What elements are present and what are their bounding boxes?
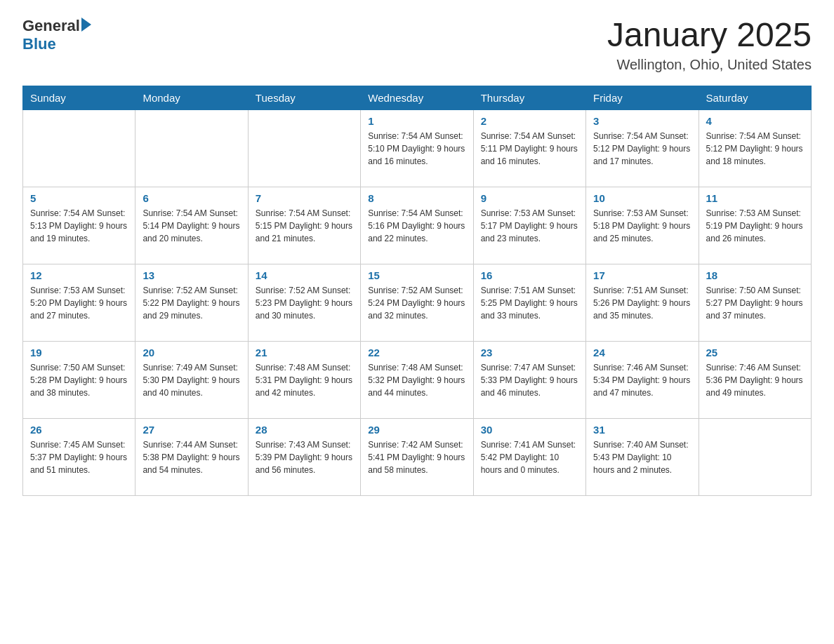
day-number: 2 [481, 115, 578, 127]
day-number: 11 [706, 192, 804, 204]
calendar-cell: 3Sunrise: 7:54 AM Sunset: 5:12 PM Daylig… [586, 109, 699, 187]
calendar-cell: 9Sunrise: 7:53 AM Sunset: 5:17 PM Daylig… [473, 187, 585, 264]
calendar-cell: 22Sunrise: 7:48 AM Sunset: 5:32 PM Dayli… [361, 341, 473, 418]
calendar-cell: 11Sunrise: 7:53 AM Sunset: 5:19 PM Dayli… [699, 187, 811, 264]
day-info: Sunrise: 7:53 AM Sunset: 5:17 PM Dayligh… [481, 207, 578, 245]
day-info: Sunrise: 7:54 AM Sunset: 5:13 PM Dayligh… [30, 207, 128, 245]
calendar-cell: 24Sunrise: 7:46 AM Sunset: 5:34 PM Dayli… [586, 341, 699, 418]
weekday-header-row: SundayMondayTuesdayWednesdayThursdayFrid… [23, 86, 812, 109]
calendar-table: SundayMondayTuesdayWednesdayThursdayFrid… [22, 86, 812, 496]
title-block: January 2025 Wellington, Ohio, United St… [607, 17, 812, 73]
day-number: 23 [481, 347, 578, 358]
calendar-week-row: 5Sunrise: 7:54 AM Sunset: 5:13 PM Daylig… [23, 187, 812, 264]
day-info: Sunrise: 7:44 AM Sunset: 5:38 PM Dayligh… [143, 438, 240, 476]
day-number: 25 [706, 347, 804, 358]
day-info: Sunrise: 7:51 AM Sunset: 5:26 PM Dayligh… [593, 284, 691, 322]
calendar-cell: 16Sunrise: 7:51 AM Sunset: 5:25 PM Dayli… [473, 264, 585, 341]
weekday-header-sunday: Sunday [23, 86, 135, 109]
day-info: Sunrise: 7:50 AM Sunset: 5:28 PM Dayligh… [30, 361, 128, 399]
logo-arrow-icon [81, 18, 91, 32]
calendar-cell: 30Sunrise: 7:41 AM Sunset: 5:42 PM Dayli… [473, 418, 585, 495]
calendar-cell [135, 109, 248, 187]
calendar-cell: 10Sunrise: 7:53 AM Sunset: 5:18 PM Dayli… [586, 187, 699, 264]
day-number: 21 [256, 347, 353, 358]
day-info: Sunrise: 7:54 AM Sunset: 5:12 PM Dayligh… [593, 130, 691, 168]
day-info: Sunrise: 7:46 AM Sunset: 5:34 PM Dayligh… [593, 361, 691, 399]
calendar-cell: 31Sunrise: 7:40 AM Sunset: 5:43 PM Dayli… [586, 418, 699, 495]
calendar-cell: 13Sunrise: 7:52 AM Sunset: 5:22 PM Dayli… [135, 264, 248, 341]
day-info: Sunrise: 7:40 AM Sunset: 5:43 PM Dayligh… [593, 438, 691, 476]
day-number: 15 [368, 269, 465, 281]
day-number: 13 [143, 269, 240, 281]
day-info: Sunrise: 7:54 AM Sunset: 5:11 PM Dayligh… [481, 130, 578, 168]
day-number: 30 [481, 424, 578, 436]
day-number: 27 [143, 424, 240, 436]
day-number: 8 [368, 192, 465, 204]
day-number: 18 [706, 269, 804, 281]
day-number: 22 [368, 347, 465, 358]
calendar-cell: 5Sunrise: 7:54 AM Sunset: 5:13 PM Daylig… [23, 187, 135, 264]
calendar-cell: 1Sunrise: 7:54 AM Sunset: 5:10 PM Daylig… [361, 109, 473, 187]
day-number: 29 [368, 424, 465, 436]
day-info: Sunrise: 7:53 AM Sunset: 5:20 PM Dayligh… [30, 284, 128, 322]
calendar-cell [23, 109, 135, 187]
month-title: January 2025 [607, 17, 812, 54]
weekday-header-saturday: Saturday [699, 86, 811, 109]
day-info: Sunrise: 7:52 AM Sunset: 5:22 PM Dayligh… [143, 284, 240, 322]
day-number: 17 [593, 269, 691, 281]
day-info: Sunrise: 7:48 AM Sunset: 5:31 PM Dayligh… [256, 361, 353, 399]
weekday-header-friday: Friday [586, 86, 699, 109]
logo-blue-text: Blue [22, 35, 56, 53]
calendar-cell: 26Sunrise: 7:45 AM Sunset: 5:37 PM Dayli… [23, 418, 135, 495]
calendar-cell [699, 418, 811, 495]
calendar-cell: 14Sunrise: 7:52 AM Sunset: 5:23 PM Dayli… [248, 264, 360, 341]
calendar-cell: 17Sunrise: 7:51 AM Sunset: 5:26 PM Dayli… [586, 264, 699, 341]
calendar-cell: 4Sunrise: 7:54 AM Sunset: 5:12 PM Daylig… [699, 109, 811, 187]
logo-general-text: General [22, 17, 80, 35]
day-number: 26 [30, 424, 128, 436]
day-info: Sunrise: 7:54 AM Sunset: 5:12 PM Dayligh… [706, 130, 804, 168]
calendar-cell: 27Sunrise: 7:44 AM Sunset: 5:38 PM Dayli… [135, 418, 248, 495]
day-info: Sunrise: 7:51 AM Sunset: 5:25 PM Dayligh… [481, 284, 578, 322]
day-info: Sunrise: 7:47 AM Sunset: 5:33 PM Dayligh… [481, 361, 578, 399]
day-number: 31 [593, 424, 691, 436]
page-header: General Blue January 2025 Wellington, Oh… [22, 17, 812, 73]
day-info: Sunrise: 7:52 AM Sunset: 5:23 PM Dayligh… [256, 284, 353, 322]
day-info: Sunrise: 7:54 AM Sunset: 5:10 PM Dayligh… [368, 130, 465, 168]
calendar-cell: 18Sunrise: 7:50 AM Sunset: 5:27 PM Dayli… [699, 264, 811, 341]
day-info: Sunrise: 7:50 AM Sunset: 5:27 PM Dayligh… [706, 284, 804, 322]
day-info: Sunrise: 7:43 AM Sunset: 5:39 PM Dayligh… [256, 438, 353, 476]
calendar-cell: 19Sunrise: 7:50 AM Sunset: 5:28 PM Dayli… [23, 341, 135, 418]
day-number: 16 [481, 269, 578, 281]
day-number: 28 [256, 424, 353, 436]
calendar-cell: 23Sunrise: 7:47 AM Sunset: 5:33 PM Dayli… [473, 341, 585, 418]
day-number: 12 [30, 269, 128, 281]
day-info: Sunrise: 7:54 AM Sunset: 5:14 PM Dayligh… [143, 207, 240, 245]
weekday-header-tuesday: Tuesday [248, 86, 360, 109]
weekday-header-monday: Monday [135, 86, 248, 109]
day-info: Sunrise: 7:41 AM Sunset: 5:42 PM Dayligh… [481, 438, 578, 476]
day-info: Sunrise: 7:49 AM Sunset: 5:30 PM Dayligh… [143, 361, 240, 399]
calendar-cell: 8Sunrise: 7:54 AM Sunset: 5:16 PM Daylig… [361, 187, 473, 264]
calendar-cell: 25Sunrise: 7:46 AM Sunset: 5:36 PM Dayli… [699, 341, 811, 418]
day-info: Sunrise: 7:52 AM Sunset: 5:24 PM Dayligh… [368, 284, 465, 322]
day-info: Sunrise: 7:53 AM Sunset: 5:19 PM Dayligh… [706, 207, 804, 245]
calendar-cell: 12Sunrise: 7:53 AM Sunset: 5:20 PM Dayli… [23, 264, 135, 341]
day-number: 10 [593, 192, 691, 204]
day-number: 6 [143, 192, 240, 204]
day-number: 5 [30, 192, 128, 204]
calendar-cell: 2Sunrise: 7:54 AM Sunset: 5:11 PM Daylig… [473, 109, 585, 187]
calendar-cell: 6Sunrise: 7:54 AM Sunset: 5:14 PM Daylig… [135, 187, 248, 264]
day-number: 20 [143, 347, 240, 358]
day-info: Sunrise: 7:54 AM Sunset: 5:15 PM Dayligh… [256, 207, 353, 245]
day-info: Sunrise: 7:42 AM Sunset: 5:41 PM Dayligh… [368, 438, 465, 476]
logo: General Blue [22, 17, 91, 53]
day-number: 24 [593, 347, 691, 358]
calendar-week-row: 26Sunrise: 7:45 AM Sunset: 5:37 PM Dayli… [23, 418, 812, 495]
day-number: 3 [593, 115, 691, 127]
day-number: 1 [368, 115, 465, 127]
location-title: Wellington, Ohio, United States [607, 57, 812, 73]
day-info: Sunrise: 7:48 AM Sunset: 5:32 PM Dayligh… [368, 361, 465, 399]
calendar-cell: 29Sunrise: 7:42 AM Sunset: 5:41 PM Dayli… [361, 418, 473, 495]
calendar-cell: 21Sunrise: 7:48 AM Sunset: 5:31 PM Dayli… [248, 341, 360, 418]
